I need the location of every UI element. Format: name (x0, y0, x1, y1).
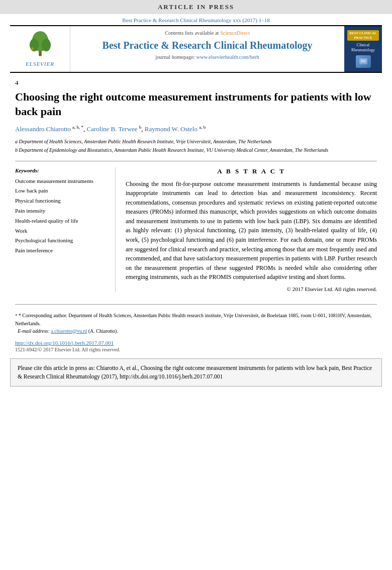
citation-box: Please cite this article in press as: Ch… (10, 358, 382, 387)
journal-homepage: journal homepage: www.elsevierhealth.com… (75, 54, 339, 60)
keyword-6: Work (15, 226, 108, 236)
keywords-list: Outcome measurement instruments Low back… (15, 176, 108, 256)
keyword-1: Outcome measurement instruments (15, 176, 108, 186)
abstract-title: A B S T R A C T (126, 167, 377, 175)
affiliation-a: a Department of Health Sciences, Amsterd… (15, 138, 377, 145)
sciencedirect-link[interactable]: ScienceDirect (220, 30, 250, 36)
elsevier-logo: ELSEVIER (10, 26, 70, 72)
author-chiarotto: Alessandro Chiarotto (15, 126, 71, 133)
keyword-7: Psychological functioning (15, 236, 108, 246)
article-in-press-banner: ARTICLE IN PRESS (0, 0, 392, 14)
keyword-3: Physical functioning (15, 196, 108, 206)
svg-point-2 (29, 39, 38, 52)
main-content: 4 Choosing the right outcome measurement… (0, 73, 392, 297)
keywords-abstract-section: Keywords: Outcome measurement instrument… (15, 161, 377, 293)
svg-point-3 (41, 39, 50, 52)
cover-badge: BEST CLINICAL PRACTICE (347, 30, 379, 41)
cover-journal-name: Clinical Rheumatology (347, 43, 379, 53)
corresponding-author-note: * * Corresponding author. Department of … (15, 312, 377, 327)
authors-line: Alessandro Chiarotto a, b, *, Caroline B… (15, 125, 377, 133)
copyright-line: © 2017 Elsevier Ltd. All rights reserved… (126, 286, 377, 292)
elsevier-brand-text: ELSEVIER (26, 61, 54, 67)
email-label: E-mail address: (18, 328, 50, 334)
article-number: 4 (15, 79, 377, 87)
doi-line: http://dx.doi.org/10.1016/j.berh.2017.07… (0, 340, 392, 346)
abstract-column: A B S T R A C T Choosing the most fit-fo… (126, 167, 377, 293)
keyword-2: Low back pain (15, 186, 108, 196)
corresponding-author-text: * Corresponding author. Department of He… (15, 313, 372, 326)
sciencedirect-line: Contents lists available at ScienceDirec… (75, 30, 339, 36)
affiliation-b: b Department of Epidemiology and Biostat… (15, 146, 377, 154)
affiliations: a Department of Health Sciences, Amsterd… (15, 138, 377, 154)
doi-link[interactable]: http://dx.doi.org/10.1016/j.berh.2017.07… (15, 340, 114, 346)
journal-title: Best Practice & Research Clinical Rheuma… (75, 39, 339, 52)
keyword-5: Health-related quality of life (15, 216, 108, 226)
issn-line: 1521-6942/© 2017 Elsevier Ltd. All right… (0, 347, 392, 352)
keywords-title: Keywords: (15, 167, 108, 173)
author-ostelo: Raymond W. Ostelo (145, 126, 198, 133)
cover-icon (356, 55, 371, 68)
section-divider (15, 304, 377, 305)
svg-point-4 (31, 47, 34, 50)
journal-cover-image: BEST CLINICAL PRACTICE Clinical Rheumato… (344, 26, 382, 72)
email-name: (A. Chiarotto). (88, 328, 118, 334)
journal-reference: Best Practice & Research Clinical Rheuma… (0, 14, 392, 25)
footnotes-section: * * Corresponding author. Department of … (0, 312, 392, 340)
chiarotto-sup: a, b, * (72, 125, 83, 130)
keywords-column: Keywords: Outcome measurement instrument… (15, 167, 116, 293)
citation-text: Please cite this article in press as: Ch… (18, 365, 372, 379)
abstract-text: Choosing the most fit-for-purpose outcom… (126, 179, 377, 282)
journal-center: Contents lists available at ScienceDirec… (70, 26, 344, 72)
terwee-sup: b (139, 125, 142, 130)
author-terwee: Caroline B. Terwee (87, 126, 138, 133)
article-title: Choosing the right outcome measurement i… (15, 90, 377, 119)
email-address[interactable]: a.chiarotto@vu.nl (51, 328, 87, 334)
journal-header: ELSEVIER Contents lists available at Sci… (10, 25, 382, 73)
journal-homepage-link[interactable]: www.elsevierhealth.com/berh (196, 54, 259, 60)
ostelo-sup: a, b (199, 125, 206, 130)
svg-rect-5 (359, 58, 367, 64)
email-line: E-mail address: a.chiarotto@vu.nl (A. Ch… (15, 327, 377, 335)
keyword-4: Pain intensity (15, 206, 108, 216)
footnote-star: * (15, 313, 19, 318)
keyword-8: Pain interference (15, 246, 108, 256)
